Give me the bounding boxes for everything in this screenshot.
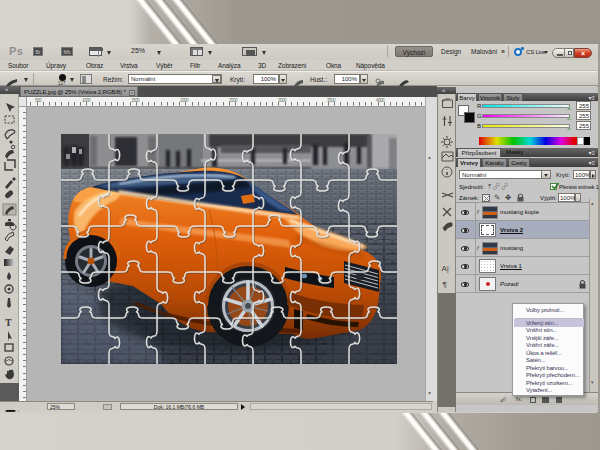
svg-text:A|: A| — [442, 264, 449, 273]
svg-text:T: T — [5, 317, 12, 328]
svg-text:¶: ¶ — [443, 280, 447, 289]
